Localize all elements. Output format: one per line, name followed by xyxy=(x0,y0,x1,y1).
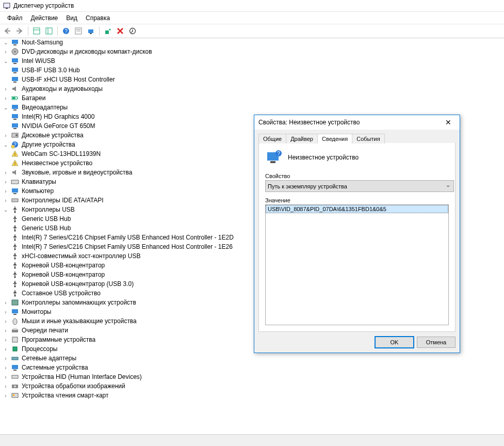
back-button[interactable] xyxy=(2,26,12,36)
tree-item-wiusb-xhci[interactable]: USB-IF xHCI USB Host Controller xyxy=(2,75,504,84)
expand-icon[interactable]: › xyxy=(2,345,9,353)
expand-icon[interactable]: ⌄ xyxy=(2,104,9,111)
expand-icon[interactable]: › xyxy=(2,364,9,371)
svg-rect-33 xyxy=(13,128,17,129)
tree-item-wiusb-hub[interactable]: USB-IF USB 3.0 Hub xyxy=(2,66,504,75)
uninstall-button[interactable] xyxy=(115,26,125,36)
usb-plug-icon xyxy=(11,215,19,223)
expand-icon[interactable]: › xyxy=(2,94,9,102)
expand-icon[interactable]: ⌄ xyxy=(2,206,9,213)
expand-icon[interactable]: › xyxy=(2,169,9,176)
expand-icon[interactable]: › xyxy=(2,197,9,204)
svg-rect-56 xyxy=(12,309,18,313)
value-listbox[interactable]: USB\VID_8087&PID_07DA\6&1351FBD1&0&5 xyxy=(265,204,449,325)
props-button[interactable] xyxy=(73,26,84,36)
tree-item-net[interactable]: ›Сетевые адаптеры xyxy=(2,354,504,363)
smartcard-icon xyxy=(11,391,19,400)
tree-label: Устройства обработки изображений xyxy=(21,383,126,390)
svg-rect-1 xyxy=(6,8,8,9)
menu-help[interactable]: Справка xyxy=(82,13,114,23)
menu-action[interactable]: Действие xyxy=(27,13,62,23)
view-button-1[interactable] xyxy=(31,26,42,36)
expand-icon[interactable]: › xyxy=(2,392,9,399)
speaker-icon xyxy=(11,85,19,93)
cpu-icon xyxy=(11,345,19,353)
speaker-icon xyxy=(11,168,19,177)
ok-button[interactable]: OK xyxy=(375,337,414,348)
tree-label: DVD-дисководы и дисководы компакт-дисков xyxy=(21,48,153,55)
scan-button[interactable] xyxy=(86,26,96,36)
tree-label: Generic USB Hub xyxy=(21,215,72,222)
scan-hardware-button[interactable] xyxy=(127,26,138,36)
tree-label: Сетевые адаптеры xyxy=(21,355,77,362)
tree-label: Клавиатуры xyxy=(21,178,57,185)
expand-icon[interactable]: › xyxy=(2,187,9,195)
expand-icon[interactable]: › xyxy=(2,308,9,315)
tree-item-hid[interactable]: ›Устройства HID (Human Interface Devices… xyxy=(2,372,504,381)
menu-view[interactable]: Вид xyxy=(62,13,82,23)
expand-icon[interactable]: › xyxy=(2,336,9,343)
tree-label: Компьютер xyxy=(21,187,55,195)
svg-rect-29 xyxy=(13,109,17,110)
app-icon xyxy=(3,2,10,9)
expand-icon[interactable]: › xyxy=(2,178,9,185)
tree-item-wiusb[interactable]: ⌄Intel WiUSB xyxy=(2,56,504,66)
svg-point-18 xyxy=(14,51,16,53)
menu-file[interactable]: Файл xyxy=(3,13,27,23)
help-button[interactable]: ? xyxy=(61,26,71,36)
close-icon[interactable]: ✕ xyxy=(441,115,456,130)
tree-label: WebCam SC-13HDL11939N xyxy=(21,150,102,157)
tree-item-video[interactable]: ⌄Видеоадаптеры xyxy=(2,103,504,112)
tab-driver[interactable]: Драйвер xyxy=(286,134,318,144)
tree-item-imaging[interactable]: ›Устройства обработки изображений xyxy=(2,381,504,391)
value-label: Значение xyxy=(265,197,449,203)
dialog-title-bar[interactable]: Свойства: Неизвестное устройство ✕ xyxy=(254,115,460,130)
tree-item-dvd[interactable]: ›DVD-дисководы и дисководы компакт-диско… xyxy=(2,47,504,56)
tree-label: Батареи xyxy=(21,94,46,102)
expand-icon[interactable]: › xyxy=(2,48,9,55)
view-button-2[interactable] xyxy=(44,26,54,36)
tree-label: Корневой USB-концентратор (USB 3.0) xyxy=(21,280,135,288)
tab-general[interactable]: Общие xyxy=(258,134,286,144)
display-icon xyxy=(11,103,19,112)
usb-plug-icon xyxy=(11,289,19,297)
tree-label: Программные устройства xyxy=(21,336,96,343)
expand-icon[interactable]: › xyxy=(2,373,9,380)
tab-events[interactable]: События xyxy=(352,134,384,144)
toolbar-separator xyxy=(57,26,58,36)
svg-point-49 xyxy=(14,249,16,250)
printer-icon xyxy=(11,326,19,334)
expand-icon[interactable]: › xyxy=(2,299,9,306)
tab-details[interactable]: Сведения xyxy=(317,134,352,144)
value-item[interactable]: USB\VID_8087&PID_07DA\6&1351FBD1&0&5 xyxy=(266,205,448,213)
tree-item-system[interactable]: ›Системные устройства xyxy=(2,363,504,372)
network-icon xyxy=(11,354,19,362)
svg-point-47 xyxy=(14,230,16,232)
property-dropdown[interactable]: Путь к экземпляру устройства xyxy=(265,180,454,192)
tree-root[interactable]: ⌄ Nout-Samsung xyxy=(2,38,504,47)
expand-icon[interactable]: › xyxy=(2,327,9,334)
tree-label: Другие устройства xyxy=(21,141,76,148)
cancel-button[interactable]: Отмена xyxy=(417,337,456,348)
forward-button[interactable] xyxy=(14,26,25,36)
svg-rect-66 xyxy=(12,375,18,378)
status-bar xyxy=(0,434,504,446)
expand-icon[interactable]: › xyxy=(2,132,9,139)
tree-item-smartcard[interactable]: ›Устройства чтения смарт-карт xyxy=(2,391,504,400)
tree-item-battery[interactable]: ›Батареи xyxy=(2,93,504,103)
expand-icon[interactable]: › xyxy=(2,317,9,325)
monitor-icon xyxy=(11,308,19,316)
expand-icon[interactable]: › xyxy=(2,85,9,92)
svg-rect-20 xyxy=(13,63,17,64)
tree-item-audio[interactable]: ›Аудиовходы и аудиовыходы xyxy=(2,84,504,93)
window-title: Диспетчер устройств xyxy=(13,2,74,9)
update-driver-button[interactable] xyxy=(103,26,113,36)
expand-icon[interactable]: ⌄ xyxy=(2,57,9,65)
expand-icon[interactable]: ⌄ xyxy=(2,39,9,46)
expand-icon[interactable]: ⌄ xyxy=(2,141,9,148)
svg-rect-12 xyxy=(90,33,92,34)
expand-icon[interactable]: › xyxy=(2,383,9,390)
svg-point-38 xyxy=(11,145,14,148)
expand-icon[interactable]: › xyxy=(2,355,9,362)
display-icon xyxy=(11,122,19,130)
